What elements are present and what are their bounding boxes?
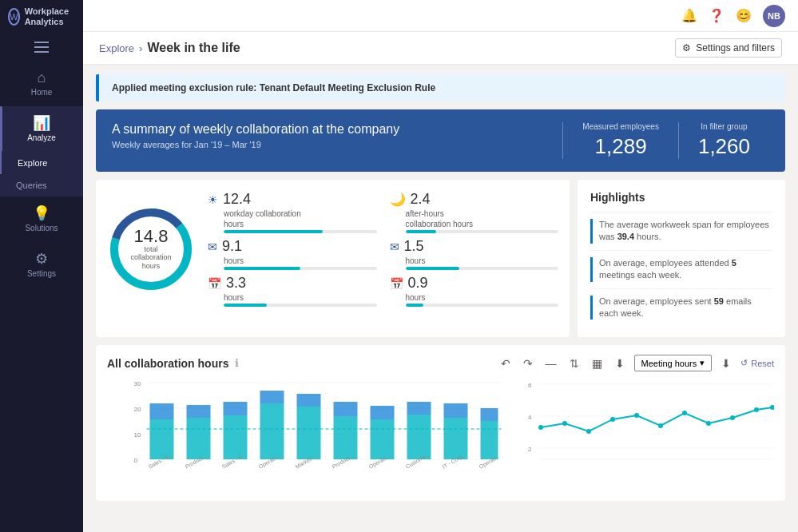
avatar[interactable]: NB [763,5,785,27]
kpi-metric-meeting2: 📅 0.9 hours [390,275,559,307]
svg-point-58 [682,411,687,415]
highlight-text-0: The average workweek span for employees … [590,219,772,244]
tool-bar[interactable]: ▦ [589,355,605,371]
hamburger-menu[interactable] [0,34,83,61]
app-name: Workplace Analytics [25,6,75,27]
solutions-label: Solutions [25,224,58,232]
settings-icon: ⚙ [35,252,48,266]
sidebar-item-analyze[interactable]: 📊 Analyze [0,106,83,152]
svg-rect-27 [371,419,395,459]
workday-collab-bar-fill [224,230,323,233]
bar-chart: 30 20 10 0 [107,379,518,491]
reset-button[interactable]: ↺ Reset [740,358,774,368]
svg-point-61 [754,407,759,412]
workday-collab-value: 12.4 [223,191,251,208]
breadcrumb-parent[interactable]: Explore [99,42,134,54]
workday-collab-bar [224,230,377,233]
svg-rect-21 [260,403,284,459]
tool-redo[interactable]: ↷ [520,355,536,371]
email2-label: hours [406,256,559,265]
after-hours-sublabel: collaboration hours [406,220,559,228]
highlight-item-0: The average workweek span for employees … [590,212,772,250]
svg-rect-33 [481,421,498,459]
kpi-metric-header-workday: ☀ 12.4 [208,191,377,208]
svg-rect-25 [334,416,358,459]
svg-point-59 [706,421,711,426]
meeting2-bar [406,304,559,307]
meeting2-bar-fill [406,304,424,307]
active-indicator [0,106,2,152]
help-icon[interactable]: ❓ [709,8,725,23]
content-area: Explore › Week in the life ⚙ Settings an… [83,32,798,532]
summary-stats: Measured employees 1,289 In filter group… [562,122,769,159]
donut-sub: total collaboration hours [129,244,173,270]
subheader: Explore › Week in the life ⚙ Settings an… [83,32,798,65]
kpi-metric-header-email2: ✉ 1.5 [390,238,559,255]
chart-download-btn[interactable]: ⬇ [718,355,734,371]
reset-icon: ↺ [740,358,748,368]
svg-point-54 [586,429,591,434]
email1-bar-fill [224,267,300,270]
svg-point-56 [634,413,639,418]
tool-download[interactable]: ⬇ [612,355,628,371]
sidebar-subitem-explore[interactable]: Explore [0,152,83,174]
svg-point-53 [562,421,567,426]
svg-rect-2 [34,51,49,53]
tool-minus[interactable]: — [542,355,560,371]
reset-label: Reset [751,359,774,368]
topbar: 🔔 ❓ 😊 NB [83,0,798,32]
svg-point-55 [610,417,615,422]
svg-text:10: 10 [134,431,141,439]
info-banner: Applied meeting exclusion rule: Tenant D… [96,74,785,101]
chart-body: 30 20 10 0 [107,379,774,491]
tool-undo[interactable]: ↶ [498,355,514,371]
sidebar: W Workplace Analytics ⌂ Home 📊 Analyze E… [0,0,83,532]
summary-left: A summary of weekly collaboration at the… [112,122,562,159]
kpi-inner: 14.8 total collaboration hours ☀ 12.4 [107,191,558,307]
sidebar-item-settings[interactable]: ⚙ Settings [0,242,83,288]
kpi-metric-header-after: 🌙 2.4 [390,191,559,208]
calendar1-icon: 📅 [208,277,221,290]
svg-text:4: 4 [528,414,532,421]
settings-filter-button[interactable]: ⚙ Settings and filters [675,38,782,58]
info-banner-rule: Tenant Default Meeting Exclusion Rule [260,82,435,93]
email1-bar [224,267,377,270]
svg-rect-23 [297,407,321,459]
svg-point-52 [538,425,543,430]
email1-value: 9.1 [222,238,242,255]
calendar2-icon: 📅 [390,277,403,290]
email2-value: 1.5 [404,238,424,255]
kpi-metric-meeting1: 📅 3.3 hours [208,275,377,307]
analyze-icon: 📊 [33,116,50,130]
sidebar-item-solutions[interactable]: 💡 Solutions [0,197,83,242]
workday-collab-label: workday collaboration [224,209,377,218]
svg-text:20: 20 [134,406,141,413]
kpi-metric-workday: ☀ 12.4 workday collaboration hours [208,191,377,233]
sidebar-item-home[interactable]: ⌂ Home [0,61,83,106]
chart-info-icon[interactable]: ℹ [235,357,239,369]
svg-rect-22 [260,391,284,403]
summary-title: A summary of weekly collaboration at the… [112,122,562,137]
email2-bar [406,267,559,270]
notifications-icon[interactable]: 🔔 [681,8,697,23]
svg-rect-28 [371,406,395,419]
line-chart-svg: 6 4 2 [526,379,774,491]
svg-text:6: 6 [528,382,532,389]
content-scroll: Applied meeting exclusion rule: Tenant D… [83,65,798,510]
donut-chart: 14.8 total collaboration hours [107,205,195,293]
svg-rect-0 [34,42,49,43]
chart-dropdown[interactable]: Meeting hours ▾ [634,355,713,371]
kpi-main-card: 14.8 total collaboration hours ☀ 12.4 [96,180,570,337]
settings-filter-label: Settings and filters [696,42,775,54]
sidebar-subitem-queries[interactable]: Queries [0,174,83,197]
tool-sort[interactable]: ⇅ [566,355,582,371]
meeting1-bar [224,304,377,307]
main-content: 🔔 ❓ 😊 NB Explore › Week in the life ⚙ Se… [83,0,798,532]
svg-rect-30 [407,402,431,415]
svg-rect-26 [334,402,358,416]
kpi-row: 14.8 total collaboration hours ☀ 12.4 [96,180,785,337]
email2-bar-fill [406,267,459,270]
settings-filter-icon: ⚙ [682,42,691,54]
highlight-text-2: On average, employees sent 59 emails eac… [590,296,772,320]
emoji-icon[interactable]: 😊 [736,8,752,23]
